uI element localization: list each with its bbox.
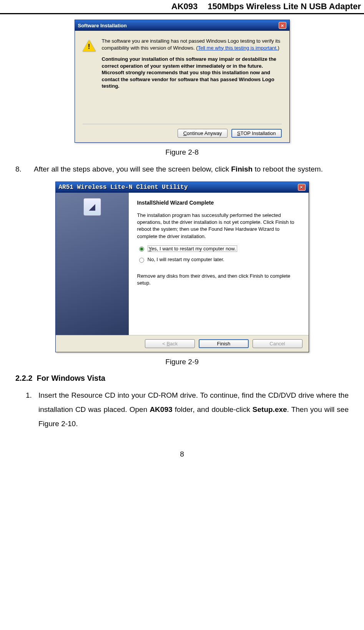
dialog2-footer: < Back Finish Cancel xyxy=(56,335,309,352)
wizard-para2: Remove any disks from their drives, and … xyxy=(137,273,300,287)
stop-installation-button[interactable]: STOP Installation xyxy=(231,129,282,138)
finish-button[interactable]: Finish xyxy=(199,339,249,348)
back-button: < Back xyxy=(145,339,195,348)
section-heading: 2.2.2 For Windows Vista xyxy=(15,374,349,383)
warning-icon xyxy=(83,39,96,52)
cancel-button: Cancel xyxy=(253,339,303,348)
dialog1-paragraph2: Continuing your installation of this sof… xyxy=(102,56,282,90)
page-header: AK093 150Mbps Wireless Lite N USB Adapte… xyxy=(0,0,364,14)
dialog2-titlebar: AR51 Wireless Lite-N Client Utility × xyxy=(56,182,309,193)
dialog-title: Software Installation xyxy=(78,23,127,28)
restart-later-label: No, I will restart my computer later. xyxy=(148,257,224,262)
header-model: AK093 xyxy=(171,2,198,12)
dialog1-footer: Continue Anyway STOP Installation xyxy=(83,124,282,138)
close-icon[interactable]: × xyxy=(279,22,286,29)
dialog2-title: AR51 Wireless Lite-N Client Utility xyxy=(59,184,188,191)
vista-step-1: Insert the Resource CD into your CD-ROM … xyxy=(34,388,349,431)
restart-now-radio[interactable]: Yes, I want to restart my computer now. xyxy=(137,245,300,252)
dialog-titlebar: Software Installation × xyxy=(75,20,289,31)
restart-now-label: Yes, I want to restart my computer now. xyxy=(148,245,237,252)
wizard-sidebar: ◢ xyxy=(56,193,129,335)
page-number: 8 xyxy=(0,450,364,458)
header-title: 150Mbps Wireless Lite N USB Adapter xyxy=(208,2,361,12)
dialog1-paragraph1: The software you are installing has not … xyxy=(102,38,282,51)
software-installation-dialog: Software Installation × The software you… xyxy=(75,20,290,143)
figure-caption-2: Figure 2-9 xyxy=(15,358,349,366)
continue-anyway-button[interactable]: Continue Anyway xyxy=(178,129,228,138)
restart-now-input[interactable] xyxy=(139,247,144,252)
tell-me-why-link[interactable]: Tell me why this testing is important. xyxy=(198,45,278,51)
figure-caption-1: Figure 2-8 xyxy=(15,148,349,157)
restart-later-radio[interactable]: No, I will restart my computer later. xyxy=(137,257,300,263)
close-icon[interactable]: × xyxy=(298,184,306,191)
wizard-heading: InstallShield Wizard Complete xyxy=(137,200,300,206)
restart-later-input[interactable] xyxy=(139,258,144,263)
step-8-num: 8. xyxy=(15,162,34,176)
installer-icon: ◢ xyxy=(83,198,101,216)
installshield-dialog: AR51 Wireless Lite-N Client Utility × ◢ … xyxy=(55,182,309,352)
step-8: 8. After all the steps above, you will s… xyxy=(15,162,349,176)
wizard-para1: The installation program has successfull… xyxy=(137,212,300,240)
